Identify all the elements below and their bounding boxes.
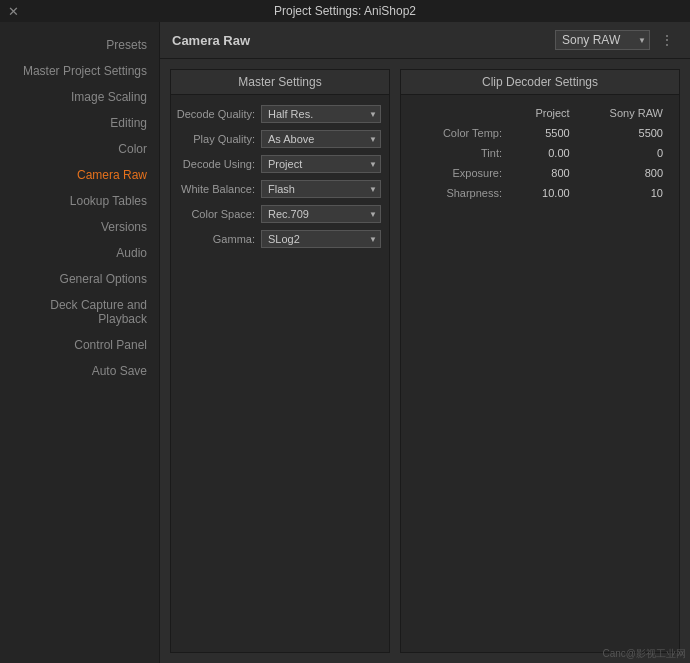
sidebar: PresetsMaster Project SettingsImage Scal… <box>0 22 160 663</box>
table-row: Sharpness:10.0010 <box>409 183 671 203</box>
sidebar-item-auto-save[interactable]: Auto Save <box>0 358 159 384</box>
select-white-balance[interactable]: FlashAutoDaylightCloudyShade <box>261 180 381 198</box>
window-title: Project Settings: AniShop2 <box>274 4 416 18</box>
close-button[interactable]: ✕ <box>8 4 19 19</box>
sony-raw-dropdown-wrapper[interactable]: Sony RAWCanon RAWNikon RAW <box>555 30 650 50</box>
row-label: Exposure: <box>409 163 510 183</box>
row-project-value: 0.00 <box>510 143 578 163</box>
select-wrapper-gamma[interactable]: SLog2SLog3Rec.709 <box>261 230 381 248</box>
select-color-space[interactable]: Rec.709P3ACES <box>261 205 381 223</box>
master-settings-header: Master Settings <box>171 70 389 95</box>
row-project-value: 800 <box>510 163 578 183</box>
select-wrapper-decode-using[interactable]: ProjectClip <box>261 155 381 173</box>
form-label-color-space: Color Space: <box>191 208 255 220</box>
table-row: Tint:0.000 <box>409 143 671 163</box>
select-gamma[interactable]: SLog2SLog3Rec.709 <box>261 230 381 248</box>
form-label-white-balance: White Balance: <box>181 183 255 195</box>
row-clip-value: 800 <box>578 163 671 183</box>
row-clip-value: 0 <box>578 143 671 163</box>
form-row-color-space: Color Space:Rec.709P3ACES <box>179 205 381 223</box>
content-area: Camera Raw Sony RAWCanon RAWNikon RAW ⋮ … <box>160 22 690 663</box>
table-row: Color Temp:55005500 <box>409 123 671 143</box>
form-row-decode-using: Decode Using:ProjectClip <box>179 155 381 173</box>
title-bar: ✕ Project Settings: AniShop2 <box>0 0 690 22</box>
clip-decoder-header: Clip Decoder Settings <box>401 70 679 95</box>
main-container: PresetsMaster Project SettingsImage Scal… <box>0 22 690 663</box>
row-clip-value: 10 <box>578 183 671 203</box>
row-project-value: 5500 <box>510 123 578 143</box>
watermark: Canc@影视工业网 <box>603 647 687 661</box>
row-label: Color Temp: <box>409 123 510 143</box>
row-label: Tint: <box>409 143 510 163</box>
form-label-decode-quality: Decode Quality: <box>177 108 255 120</box>
sidebar-item-camera-raw[interactable]: Camera Raw <box>0 162 159 188</box>
clip-table: Project Sony RAW Color Temp:55005500Tint… <box>409 103 671 203</box>
select-wrapper-color-space[interactable]: Rec.709P3ACES <box>261 205 381 223</box>
settings-form: Decode Quality:Half Res.Full Res.Quarter… <box>171 95 389 265</box>
sidebar-item-lookup-tables[interactable]: Lookup Tables <box>0 188 159 214</box>
select-wrapper-decode-quality[interactable]: Half Res.Full Res.Quarter Res. <box>261 105 381 123</box>
form-row-gamma: Gamma:SLog2SLog3Rec.709 <box>179 230 381 248</box>
clip-decoder-inner: Project Sony RAW Color Temp:55005500Tint… <box>401 95 679 211</box>
content-header: Camera Raw Sony RAWCanon RAWNikon RAW ⋮ <box>160 22 690 59</box>
master-settings-panel: Master Settings Decode Quality:Half Res.… <box>170 69 390 653</box>
row-project-value: 10.00 <box>510 183 578 203</box>
form-label-decode-using: Decode Using: <box>183 158 255 170</box>
clip-table-header-row: Project Sony RAW <box>409 103 671 123</box>
row-clip-value: 5500 <box>578 123 671 143</box>
col-header-label <box>409 103 510 123</box>
form-row-decode-quality: Decode Quality:Half Res.Full Res.Quarter… <box>179 105 381 123</box>
select-decode-quality[interactable]: Half Res.Full Res.Quarter Res. <box>261 105 381 123</box>
table-row: Exposure:800800 <box>409 163 671 183</box>
form-row-play-quality: Play Quality:As AboveHalf Res.Full Res. <box>179 130 381 148</box>
sidebar-item-editing[interactable]: Editing <box>0 110 159 136</box>
sidebar-item-presets[interactable]: Presets <box>0 32 159 58</box>
sidebar-item-audio[interactable]: Audio <box>0 240 159 266</box>
sidebar-item-color[interactable]: Color <box>0 136 159 162</box>
sidebar-item-versions[interactable]: Versions <box>0 214 159 240</box>
select-wrapper-white-balance[interactable]: FlashAutoDaylightCloudyShade <box>261 180 381 198</box>
col-header-project: Project <box>510 103 578 123</box>
col-header-clip: Sony RAW <box>578 103 671 123</box>
menu-dots-icon[interactable]: ⋮ <box>656 32 678 48</box>
sony-raw-dropdown[interactable]: Sony RAWCanon RAWNikon RAW <box>555 30 650 50</box>
clip-decoder-panel: Clip Decoder Settings Project Sony RAW C… <box>400 69 680 653</box>
sidebar-item-deck-capture[interactable]: Deck Capture and Playback <box>0 292 159 332</box>
form-label-gamma: Gamma: <box>213 233 255 245</box>
form-row-white-balance: White Balance:FlashAutoDaylightCloudySha… <box>179 180 381 198</box>
select-wrapper-play-quality[interactable]: As AboveHalf Res.Full Res. <box>261 130 381 148</box>
sidebar-item-control-panel[interactable]: Control Panel <box>0 332 159 358</box>
form-label-play-quality: Play Quality: <box>193 133 255 145</box>
sidebar-item-master-project-settings[interactable]: Master Project Settings <box>0 58 159 84</box>
panels-area: Master Settings Decode Quality:Half Res.… <box>160 59 690 663</box>
select-decode-using[interactable]: ProjectClip <box>261 155 381 173</box>
sidebar-item-image-scaling[interactable]: Image Scaling <box>0 84 159 110</box>
row-label: Sharpness: <box>409 183 510 203</box>
section-title: Camera Raw <box>172 33 250 48</box>
sidebar-item-general-options[interactable]: General Options <box>0 266 159 292</box>
select-play-quality[interactable]: As AboveHalf Res.Full Res. <box>261 130 381 148</box>
header-right: Sony RAWCanon RAWNikon RAW ⋮ <box>555 30 678 50</box>
